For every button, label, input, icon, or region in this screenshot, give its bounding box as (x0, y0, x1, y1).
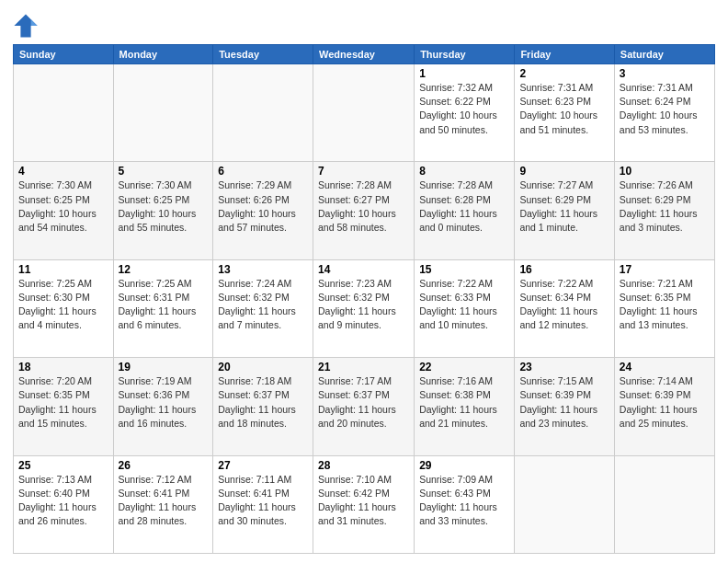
day-number: 24 (620, 361, 710, 373)
day-number: 15 (419, 263, 509, 276)
day-info: Sunrise: 7:10 AM Sunset: 6:42 PM Dayligh… (318, 473, 409, 529)
calendar-week-row: 11Sunrise: 7:25 AM Sunset: 6:30 PM Dayli… (14, 259, 715, 357)
day-number: 7 (318, 165, 409, 178)
calendar-cell: 21Sunrise: 7:17 AM Sunset: 6:37 PM Dayli… (313, 358, 415, 455)
calendar-cell (313, 64, 415, 162)
calendar-cell (515, 455, 614, 553)
day-info: Sunrise: 7:19 AM Sunset: 6:36 PM Dayligh… (119, 374, 209, 431)
day-info: Sunrise: 7:09 AM Sunset: 6:43 PM Dayligh… (419, 473, 509, 529)
calendar-cell: 29Sunrise: 7:09 AM Sunset: 6:43 PM Dayli… (415, 455, 515, 553)
calendar-cell: 2Sunrise: 7:31 AM Sunset: 6:23 PM Daylig… (515, 64, 614, 162)
calendar-cell: 22Sunrise: 7:16 AM Sunset: 6:38 PM Dayli… (415, 358, 515, 455)
weekday-header: Friday (515, 45, 614, 64)
day-number: 27 (218, 459, 308, 472)
calendar-cell: 28Sunrise: 7:10 AM Sunset: 6:42 PM Dayli… (313, 455, 415, 553)
day-info: Sunrise: 7:30 AM Sunset: 6:25 PM Dayligh… (119, 178, 209, 235)
calendar-cell: 5Sunrise: 7:30 AM Sunset: 6:25 PM Daylig… (113, 162, 213, 259)
calendar-week-row: 1Sunrise: 7:32 AM Sunset: 6:22 PM Daylig… (14, 64, 715, 162)
day-info: Sunrise: 7:23 AM Sunset: 6:32 PM Dayligh… (318, 277, 409, 333)
day-info: Sunrise: 7:28 AM Sunset: 6:28 PM Dayligh… (419, 178, 509, 235)
weekday-header: Monday (113, 45, 213, 64)
day-info: Sunrise: 7:32 AM Sunset: 6:22 PM Dayligh… (419, 81, 509, 137)
calendar-cell: 23Sunrise: 7:15 AM Sunset: 6:39 PM Dayli… (515, 358, 614, 455)
day-info: Sunrise: 7:16 AM Sunset: 6:38 PM Dayligh… (419, 374, 509, 431)
day-number: 11 (18, 263, 108, 276)
day-info: Sunrise: 7:29 AM Sunset: 6:26 PM Dayligh… (218, 178, 308, 235)
calendar-week-row: 4Sunrise: 7:30 AM Sunset: 6:25 PM Daylig… (14, 162, 715, 259)
day-info: Sunrise: 7:15 AM Sunset: 6:39 PM Dayligh… (519, 374, 609, 431)
calendar-header: SundayMondayTuesdayWednesdayThursdayFrid… (14, 45, 715, 64)
weekday-header: Saturday (614, 45, 714, 64)
day-number: 29 (419, 459, 509, 472)
calendar-cell (213, 64, 313, 162)
calendar-body: 1Sunrise: 7:32 AM Sunset: 6:22 PM Daylig… (14, 64, 715, 554)
day-number: 22 (419, 361, 509, 373)
day-number: 18 (18, 361, 108, 373)
calendar-week-row: 25Sunrise: 7:13 AM Sunset: 6:40 PM Dayli… (14, 455, 715, 553)
calendar-cell (113, 64, 213, 162)
day-info: Sunrise: 7:31 AM Sunset: 6:23 PM Dayligh… (519, 81, 609, 137)
calendar-cell: 15Sunrise: 7:22 AM Sunset: 6:33 PM Dayli… (415, 259, 515, 357)
calendar-week-row: 18Sunrise: 7:20 AM Sunset: 6:35 PM Dayli… (14, 358, 715, 455)
calendar-cell: 19Sunrise: 7:19 AM Sunset: 6:36 PM Dayli… (113, 358, 213, 455)
header (13, 9, 715, 39)
day-number: 14 (318, 263, 409, 276)
day-info: Sunrise: 7:18 AM Sunset: 6:37 PM Dayligh… (218, 374, 308, 431)
calendar-cell: 10Sunrise: 7:26 AM Sunset: 6:29 PM Dayli… (614, 162, 714, 259)
logo-icon (13, 13, 39, 39)
day-info: Sunrise: 7:31 AM Sunset: 6:24 PM Dayligh… (620, 81, 710, 137)
day-info: Sunrise: 7:11 AM Sunset: 6:41 PM Dayligh… (218, 473, 308, 529)
calendar-cell: 11Sunrise: 7:25 AM Sunset: 6:30 PM Dayli… (14, 259, 114, 357)
day-info: Sunrise: 7:22 AM Sunset: 6:33 PM Dayligh… (419, 277, 509, 333)
day-info: Sunrise: 7:30 AM Sunset: 6:25 PM Dayligh… (18, 178, 108, 235)
calendar-cell: 13Sunrise: 7:24 AM Sunset: 6:32 PM Dayli… (213, 259, 313, 357)
day-number: 21 (318, 361, 409, 373)
day-info: Sunrise: 7:22 AM Sunset: 6:34 PM Dayligh… (519, 277, 609, 333)
day-info: Sunrise: 7:20 AM Sunset: 6:35 PM Dayligh… (18, 374, 108, 431)
day-number: 6 (218, 165, 308, 178)
day-number: 28 (318, 459, 409, 472)
calendar-cell: 6Sunrise: 7:29 AM Sunset: 6:26 PM Daylig… (213, 162, 313, 259)
weekday-header: Sunday (14, 45, 114, 64)
day-number: 26 (119, 459, 209, 472)
day-number: 8 (419, 165, 509, 178)
day-number: 12 (119, 263, 209, 276)
day-number: 1 (419, 67, 509, 80)
calendar-cell: 26Sunrise: 7:12 AM Sunset: 6:41 PM Dayli… (113, 455, 213, 553)
day-number: 10 (620, 165, 710, 178)
calendar-cell: 20Sunrise: 7:18 AM Sunset: 6:37 PM Dayli… (213, 358, 313, 455)
day-number: 25 (18, 459, 108, 472)
day-info: Sunrise: 7:26 AM Sunset: 6:29 PM Dayligh… (620, 178, 710, 235)
svg-marker-1 (31, 19, 38, 26)
weekday-row: SundayMondayTuesdayWednesdayThursdayFrid… (14, 45, 715, 64)
day-info: Sunrise: 7:12 AM Sunset: 6:41 PM Dayligh… (119, 473, 209, 529)
calendar-cell: 3Sunrise: 7:31 AM Sunset: 6:24 PM Daylig… (614, 64, 714, 162)
day-info: Sunrise: 7:17 AM Sunset: 6:37 PM Dayligh… (318, 374, 409, 431)
day-info: Sunrise: 7:14 AM Sunset: 6:39 PM Dayligh… (620, 374, 710, 431)
day-info: Sunrise: 7:24 AM Sunset: 6:32 PM Dayligh… (218, 277, 308, 333)
day-info: Sunrise: 7:27 AM Sunset: 6:29 PM Dayligh… (519, 178, 609, 235)
calendar-cell: 9Sunrise: 7:27 AM Sunset: 6:29 PM Daylig… (515, 162, 614, 259)
logo (13, 13, 40, 39)
calendar-cell: 8Sunrise: 7:28 AM Sunset: 6:28 PM Daylig… (415, 162, 515, 259)
page: SundayMondayTuesdayWednesdayThursdayFrid… (0, 0, 728, 563)
day-number: 17 (620, 263, 710, 276)
day-info: Sunrise: 7:21 AM Sunset: 6:35 PM Dayligh… (620, 277, 710, 333)
calendar-cell: 17Sunrise: 7:21 AM Sunset: 6:35 PM Dayli… (614, 259, 714, 357)
calendar-cell (614, 455, 714, 553)
day-number: 13 (218, 263, 308, 276)
day-number: 4 (18, 165, 108, 178)
day-number: 3 (620, 67, 710, 80)
weekday-header: Tuesday (213, 45, 313, 64)
day-info: Sunrise: 7:28 AM Sunset: 6:27 PM Dayligh… (318, 178, 409, 235)
calendar-cell: 27Sunrise: 7:11 AM Sunset: 6:41 PM Dayli… (213, 455, 313, 553)
day-number: 9 (519, 165, 609, 178)
day-number: 16 (519, 263, 609, 276)
day-info: Sunrise: 7:25 AM Sunset: 6:30 PM Dayligh… (18, 277, 108, 333)
calendar-cell (14, 64, 114, 162)
calendar-cell: 7Sunrise: 7:28 AM Sunset: 6:27 PM Daylig… (313, 162, 415, 259)
calendar-cell: 18Sunrise: 7:20 AM Sunset: 6:35 PM Dayli… (14, 358, 114, 455)
weekday-header: Thursday (415, 45, 515, 64)
calendar-cell: 14Sunrise: 7:23 AM Sunset: 6:32 PM Dayli… (313, 259, 415, 357)
calendar-table: SundayMondayTuesdayWednesdayThursdayFrid… (13, 44, 715, 554)
